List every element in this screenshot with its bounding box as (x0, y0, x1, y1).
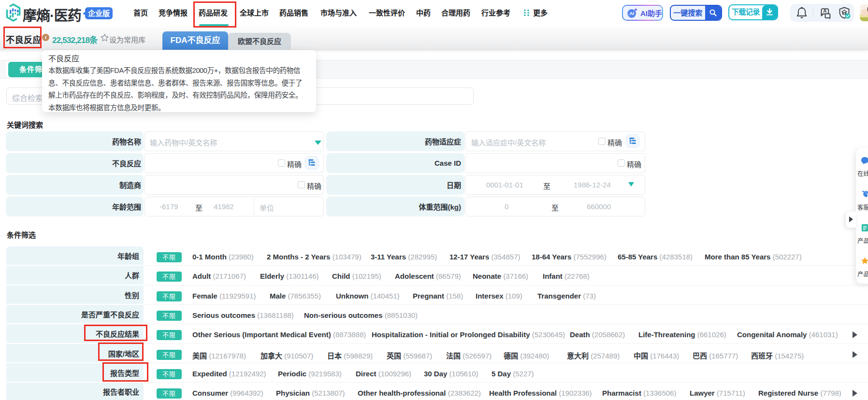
svg-text:A: A (823, 8, 826, 14)
svg-text:AI: AI (629, 11, 634, 16)
